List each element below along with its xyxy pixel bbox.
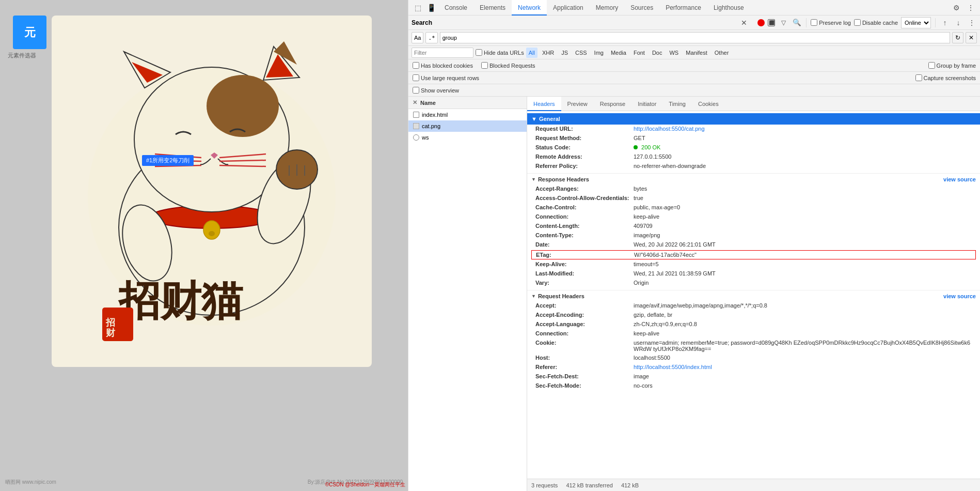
tab-application[interactable]: Application [547, 0, 590, 16]
filter-xhr-btn[interactable]: XHR [540, 48, 557, 58]
filter-media-btn[interactable]: Media [608, 48, 629, 58]
connection-resp-value: keep-alive [634, 213, 972, 220]
blocked-cookies-checkbox[interactable] [413, 62, 419, 69]
cookie-value: username=admin; rememberMe=true; passwor… [634, 340, 972, 352]
blocked-requests-checkbox[interactable] [481, 62, 488, 69]
record-btn[interactable] [757, 19, 765, 26]
tab-lighthouse[interactable]: Lighthouse [707, 0, 750, 16]
detail-tab-initiator[interactable]: Initiator [631, 97, 662, 111]
group-by-frame-label[interactable]: Group by frame [928, 62, 976, 69]
status-code-value: 200 OK [634, 144, 972, 150]
inspect-element-btn[interactable]: ⬚ [412, 2, 424, 14]
import-btn[interactable]: ↑ [940, 18, 950, 28]
tab-performance[interactable]: Performance [659, 0, 707, 16]
sec-fetch-mode-row: Sec-Fetch-Mode: no-cors [527, 381, 980, 391]
filter-toolbar: Hide data URLs All XHR JS CSS Img Media … [408, 46, 980, 59]
show-overview-label[interactable]: Show overview [413, 87, 459, 94]
close-detail-btn[interactable]: ✕ [413, 99, 417, 106]
search-network-btn[interactable]: 🔍 [792, 18, 802, 28]
tab-network[interactable]: Network [512, 0, 547, 16]
request-view-source-link[interactable]: view source [943, 293, 976, 299]
stop-btn[interactable]: ⬛ [768, 19, 775, 26]
acac-key: Access-Control-Allow-Credentials: [535, 195, 634, 201]
more-network-btn[interactable]: ⋮ [967, 18, 977, 28]
request-url-value: http://localhost:5500/cat.png [634, 126, 972, 132]
options-row-1: Has blocked cookies Blocked Requests Gro… [408, 59, 980, 72]
filter-all-btn[interactable]: All [526, 48, 538, 58]
filter-doc-btn[interactable]: Doc [650, 48, 665, 58]
detail-tab-response[interactable]: Response [594, 97, 632, 111]
filter-js-btn[interactable]: JS [559, 48, 571, 58]
status-bar: 3 requests 412 kB transferred 412 kB [527, 479, 980, 491]
detail-tab-preview[interactable]: Preview [561, 97, 594, 111]
filter-other-btn[interactable]: Other [712, 48, 732, 58]
case-sensitive-btn[interactable]: Aa [412, 32, 423, 43]
accept-value: image/avif,image/webp,image/apng,image/*… [634, 302, 972, 309]
filter-font-btn[interactable]: Font [631, 48, 647, 58]
detail-tab-headers[interactable]: Headers [527, 97, 561, 111]
disable-cache-label[interactable]: Disable cache [854, 19, 898, 26]
tab-elements[interactable]: Elements [473, 0, 512, 16]
hide-data-urls-label[interactable]: Hide data URLs [476, 49, 524, 56]
keep-alive-value: timeout=5 [634, 261, 972, 267]
accept-encoding-value: gzip, deflate, br [634, 312, 972, 318]
regex-btn[interactable]: .* [425, 32, 437, 43]
requests-count: 3 requests [531, 482, 558, 488]
tab-sources[interactable]: Sources [624, 0, 659, 16]
tab-console[interactable]: Console [438, 0, 473, 16]
html-icon [413, 111, 420, 118]
close-search-btn[interactable]: ✕ [741, 19, 747, 27]
filter-input[interactable] [414, 50, 461, 56]
detail-tab-cookies[interactable]: Cookies [692, 97, 725, 111]
capture-screenshots-checkbox[interactable] [915, 74, 922, 81]
filter-ws-btn[interactable]: WS [667, 48, 681, 58]
group-by-frame-checkbox[interactable] [928, 62, 935, 69]
settings-btn[interactable]: ⚙ [950, 2, 962, 14]
request-item-ws[interactable]: ws [408, 132, 527, 143]
device-toggle-btn[interactable]: 📱 [425, 2, 437, 14]
export-btn[interactable]: ↓ [953, 18, 963, 28]
capture-screenshots-label[interactable]: Capture screenshots [915, 74, 976, 81]
separator2 [935, 18, 936, 27]
blocked-requests-label[interactable]: Blocked Requests [481, 62, 535, 69]
disable-cache-checkbox[interactable] [854, 19, 861, 26]
date-key: Date: [535, 241, 634, 248]
detail-tab-timing[interactable]: Timing [662, 97, 692, 111]
last-modified-row: Last-Modified: Wed, 21 Jul 2021 01:38:59… [527, 269, 980, 279]
tab-memory[interactable]: Memory [590, 0, 624, 16]
filter-icon-btn[interactable]: ▽ [778, 18, 788, 28]
large-rows-label[interactable]: Use large request rows [413, 74, 479, 81]
filter-img-btn[interactable]: Img [592, 48, 606, 58]
blocked-cookies-label[interactable]: Has blocked cookies [413, 62, 473, 69]
referer-row: Referer: http://localhost:5500/index.htm… [527, 363, 980, 372]
hide-data-urls-checkbox[interactable] [476, 49, 482, 56]
more-options-btn[interactable]: ⋮ [965, 2, 977, 14]
filter-manifest-btn[interactable]: Manifest [683, 48, 710, 58]
remote-address-value: 127.0.0.1:5500 [634, 154, 972, 160]
img-icon [413, 122, 420, 130]
general-section-header[interactable]: ▼ General [527, 113, 980, 125]
preserve-log-checkbox[interactable] [811, 19, 817, 26]
content-type-value: image/png [634, 232, 972, 238]
preserve-log-label[interactable]: Preserve log [811, 19, 851, 26]
request-headers-section-header[interactable]: ▼ Request Headers view source [527, 290, 980, 301]
show-overview-checkbox[interactable] [413, 87, 419, 94]
search-input[interactable] [440, 32, 950, 43]
vary-value: Origin [634, 280, 972, 286]
filter-css-btn[interactable]: CSS [573, 48, 590, 58]
accept-row: Accept: image/avif,image/webp,image/apng… [527, 301, 980, 311]
search-panel-title: Search [412, 19, 738, 26]
response-headers-section-header[interactable]: ▼ Response Headers view source [527, 173, 980, 185]
request-list: ✕ Name index.html cat.png [408, 97, 527, 491]
search-refresh-btn[interactable]: ↻ [952, 32, 963, 43]
accept-language-row: Accept-Language: zh-CN,zh;q=0.9,en;q=0.8 [527, 320, 980, 329]
request-item-img[interactable]: cat.png [408, 120, 527, 132]
large-rows-checkbox[interactable] [413, 74, 419, 81]
throttle-select[interactable]: Online [901, 17, 931, 28]
search-close-field-btn[interactable]: ✕ [966, 32, 977, 43]
accept-ranges-key: Accept-Ranges: [535, 186, 634, 192]
referer-value: http://localhost:5500/index.html [634, 364, 972, 370]
request-item-html[interactable]: index.html [408, 109, 527, 120]
host-key: Host: [535, 355, 634, 361]
response-view-source-link[interactable]: view source [943, 176, 976, 182]
